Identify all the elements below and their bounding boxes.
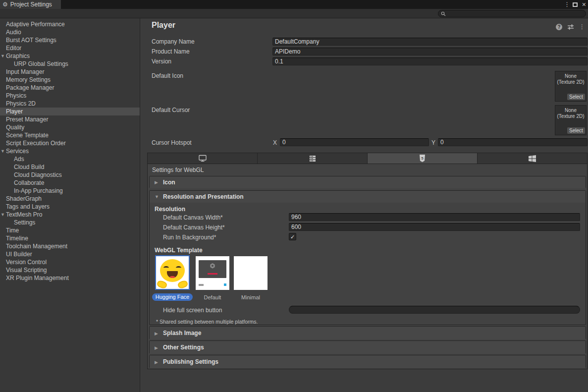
foldout-closed-icon[interactable]: ▶ — [155, 341, 158, 354]
foldout-open-icon[interactable]: ▼ — [0, 52, 5, 60]
sidebar-item-settings[interactable]: Settings — [0, 219, 140, 226]
sidebar-item-cloud-build[interactable]: Cloud Build — [0, 163, 140, 171]
platform-tab-bar: 5 — [147, 153, 588, 164]
window-tab-project-settings[interactable]: ⚙ Project Settings — [0, 0, 61, 9]
default-icon-label: Default Icon — [152, 72, 183, 80]
foldout-open-icon[interactable]: ▼ — [0, 147, 5, 155]
hugging-hand-left — [156, 280, 167, 289]
sidebar-item-ads[interactable]: Ads — [0, 155, 140, 163]
template-default-label[interactable]: Default — [196, 294, 229, 300]
canvas-height-label: Default Canvas Height* — [163, 224, 225, 231]
section-other-settings[interactable]: ▶ Other Settings — [149, 340, 586, 354]
template-minimal-label[interactable]: Minimal — [234, 294, 267, 300]
tab-webgl[interactable]: 5 — [368, 153, 478, 164]
section-publishing-settings[interactable]: ▶ Publishing Settings — [149, 355, 586, 368]
hugging-hand-right — [177, 280, 188, 289]
foldout-open-icon[interactable]: ▼ — [155, 191, 159, 203]
help-icon[interactable]: ? — [556, 24, 562, 30]
template-hugging-face[interactable] — [155, 255, 190, 290]
template-default[interactable] — [196, 256, 229, 290]
sidebar-item-label: Quality — [6, 124, 24, 131]
tab-dedicated-server[interactable] — [258, 153, 368, 164]
more-options-icon[interactable]: ⋮ — [579, 23, 585, 30]
sidebar-item-adaptive-performance[interactable]: Adaptive Performance — [0, 20, 140, 28]
sidebar-item-burst-aot-settings[interactable]: Burst AOT Settings — [0, 36, 140, 44]
sidebar-item-shadergraph[interactable]: ShaderGraph — [0, 195, 140, 203]
foldout-closed-icon[interactable]: ▶ — [155, 327, 158, 340]
sidebar-item-input-manager[interactable]: Input Manager — [0, 68, 140, 76]
template-minimal[interactable] — [234, 256, 267, 290]
sidebar-item-player[interactable]: Player — [0, 108, 140, 115]
default-cursor-texture-box[interactable]: None (Texture 2D) Select — [555, 105, 587, 135]
hotspot-y-input[interactable] — [438, 138, 588, 146]
section-splash-image[interactable]: ▶ Splash Image — [149, 326, 586, 339]
sidebar-item-cloud-diagnostics[interactable]: Cloud Diagnostics — [0, 171, 140, 179]
sidebar-item-version-control[interactable]: Version Control — [0, 258, 140, 266]
sidebar-item-script-execution-order[interactable]: Script Execution Order — [0, 139, 140, 147]
sidebar-item-urp-global-settings[interactable]: URP Global Settings — [0, 60, 140, 68]
sidebar-item-toolchain-management[interactable]: Toolchain Management — [0, 242, 140, 250]
foldout-open-icon[interactable]: ▼ — [0, 211, 5, 219]
run-in-background-label: Run In Background* — [163, 233, 216, 241]
search-input[interactable] — [446, 11, 580, 17]
section-icon[interactable]: ▶ Icon — [149, 176, 586, 188]
search-icon — [441, 11, 446, 16]
sidebar-item-label: Script Execution Order — [6, 140, 66, 147]
sidebar-item-label: Burst AOT Settings — [6, 37, 56, 44]
sidebar-item-visual-scripting[interactable]: Visual Scripting — [0, 266, 140, 274]
product-name-input[interactable] — [272, 48, 588, 56]
sidebar-item-tags-and-layers[interactable]: Tags and Layers — [0, 203, 140, 211]
foldout-closed-icon[interactable]: ▶ — [155, 356, 158, 369]
tab-standalone[interactable] — [148, 153, 258, 164]
sidebar-item-time[interactable]: Time — [0, 226, 140, 234]
run-in-background-checkbox[interactable]: ✓ — [289, 233, 296, 240]
resolution-group-label: Resolution — [155, 205, 185, 213]
hotspot-x-input[interactable] — [280, 138, 429, 146]
sidebar-list: Adaptive PerformanceAudioBurst AOT Setti… — [0, 20, 140, 282]
hide-fullscreen-input[interactable] — [289, 306, 580, 314]
splash-section-label: Splash Image — [163, 327, 201, 339]
template-hugging-face-label[interactable]: Hugging Face — [152, 293, 193, 301]
sidebar-item-timeline[interactable]: Timeline — [0, 234, 140, 242]
sidebar-item-xr-plugin-management[interactable]: XR Plugin Management — [0, 274, 140, 282]
presets-icon[interactable] — [567, 24, 574, 30]
sidebar-item-collaborate[interactable]: Collaborate — [0, 179, 140, 187]
monitor-icon — [198, 155, 207, 162]
sidebar-item-ui-builder[interactable]: UI Builder — [0, 250, 140, 258]
default-icon-texture-box[interactable]: None (Texture 2D) Select — [555, 71, 587, 102]
sidebar-item-textmesh-pro[interactable]: ▼TextMesh Pro — [0, 211, 140, 219]
maximize-icon[interactable] — [573, 2, 578, 7]
search-box[interactable] — [438, 10, 586, 17]
close-icon[interactable]: × — [582, 2, 586, 7]
canvas-height-input[interactable] — [289, 223, 580, 231]
sidebar-item-physics-2d[interactable]: Physics 2D — [0, 100, 140, 108]
canvas-width-label: Default Canvas Width* — [163, 214, 223, 222]
sidebar-item-package-manager[interactable]: Package Manager — [0, 84, 140, 92]
sidebar-item-label: Scene Template — [6, 132, 49, 139]
title-bar: ⚙ Project Settings ⋮ × — [0, 0, 588, 9]
sidebar-item-scene-template[interactable]: Scene Template — [0, 131, 140, 139]
company-name-label: Company Name — [152, 38, 195, 46]
sidebar-item-label: Memory Settings — [6, 76, 51, 83]
sidebar-item-in-app-purchasing[interactable]: In-App Purchasing — [0, 187, 140, 195]
company-name-input[interactable] — [272, 38, 588, 46]
sidebar-item-physics[interactable]: Physics — [0, 92, 140, 100]
sidebar-item-services[interactable]: ▼Services — [0, 147, 140, 155]
sidebar-item-audio[interactable]: Audio — [0, 28, 140, 36]
window-menu-icon[interactable]: ⋮ — [564, 1, 568, 8]
foldout-closed-icon[interactable]: ▶ — [155, 176, 158, 188]
canvas-width-input[interactable] — [289, 213, 580, 221]
sidebar-item-preset-manager[interactable]: Preset Manager — [0, 115, 140, 123]
sidebar-item-editor[interactable]: Editor — [0, 44, 140, 52]
webgl-template-group-label: WebGL Template — [155, 246, 203, 254]
sidebar-item-quality[interactable]: Quality — [0, 123, 140, 131]
sidebar-item-label: Preset Manager — [6, 116, 48, 123]
resolution-presentation-header[interactable]: ▼ Resolution and Presentation — [150, 191, 586, 203]
default-icon-select-button[interactable]: Select — [567, 94, 585, 100]
default-cursor-select-button[interactable]: Select — [567, 127, 585, 134]
sidebar-item-memory-settings[interactable]: Memory Settings — [0, 76, 140, 84]
sidebar-item-graphics[interactable]: ▼Graphics — [0, 52, 140, 60]
tab-windows-store[interactable] — [478, 153, 587, 164]
version-input[interactable] — [272, 57, 588, 65]
sidebar-item-label: Visual Scripting — [6, 267, 47, 274]
